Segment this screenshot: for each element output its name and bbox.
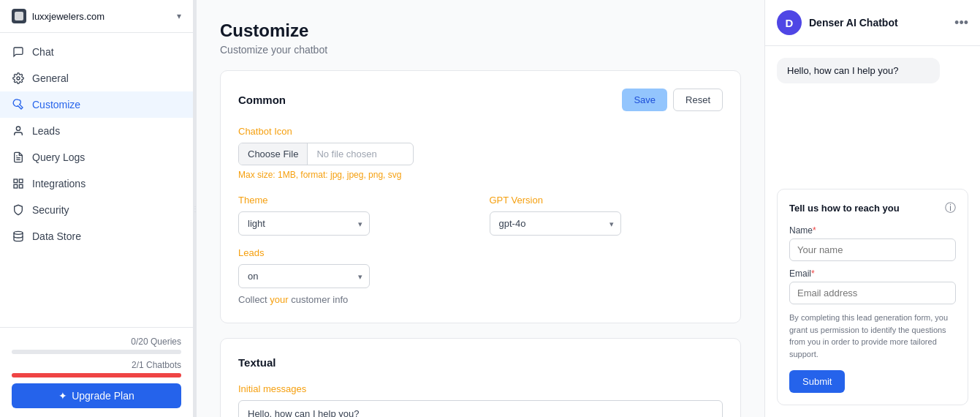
chatbot-icon-file-input[interactable]: Choose File No file chosen	[238, 143, 414, 165]
chat-bot-name: Denser AI Chatbot	[809, 17, 898, 29]
doc-icon	[12, 151, 25, 164]
svg-rect-0	[15, 12, 23, 20]
name-input[interactable]	[789, 238, 956, 261]
upgrade-icon: ✦	[58, 390, 67, 402]
chatbot-icon-label: Chatbot Icon	[238, 126, 723, 137]
svg-rect-6	[19, 179, 23, 183]
site-icon	[12, 9, 26, 23]
svg-point-9	[14, 231, 23, 234]
page-subtitle: Customize your chatbot	[220, 44, 741, 56]
svg-rect-7	[19, 184, 23, 188]
lead-form-title: Tell us how to reach you	[789, 203, 900, 214]
database-icon	[12, 230, 25, 243]
theme-label: Theme	[238, 195, 472, 206]
info-icon: ⓘ	[945, 201, 956, 215]
sidebar-item-general[interactable]: General	[0, 65, 193, 91]
email-input[interactable]	[789, 282, 956, 304]
paint-icon	[12, 98, 25, 111]
textual-section-card: Textual Initial messages Enter each mess…	[220, 338, 741, 417]
email-field-label: Email*	[789, 268, 956, 279]
user-icon	[12, 124, 25, 138]
site-name: luxxjewelers.com	[32, 11, 105, 22]
name-field-label: Name*	[789, 225, 956, 236]
chat-icon	[12, 45, 25, 59]
sidebar: luxxjewelers.com ▾ Chat General Customiz…	[0, 0, 194, 417]
initial-messages-textarea[interactable]	[238, 400, 723, 417]
file-hint-formats: jpg, jpeg, png, svg	[330, 170, 401, 180]
chat-messages-area: Hello, how can I help you?	[765, 46, 980, 189]
sidebar-item-security-label: Security	[32, 204, 69, 216]
page-title: Customize	[220, 20, 741, 41]
chat-more-button[interactable]: •••	[954, 15, 968, 31]
grid-icon	[12, 177, 25, 190]
svg-rect-5	[14, 179, 18, 183]
reset-button[interactable]: Reset	[673, 89, 723, 111]
avatar: D	[777, 10, 802, 35]
file-hint: Max size: 1MB, format: jpg, jpeg, png, s…	[238, 170, 723, 180]
collect-info-text: Collect your customer info	[238, 294, 723, 305]
queries-progress-bar	[12, 350, 181, 354]
textual-section-title: Textual	[238, 356, 276, 369]
common-section-card: Common Save Reset Chatbot Icon Choose Fi…	[220, 70, 741, 323]
chatbots-usage-label: 2/1 Chatbots	[12, 360, 181, 370]
leads-label: Leads	[238, 247, 723, 258]
sidebar-item-customize-label: Customize	[32, 99, 80, 110]
sidebar-footer: 0/20 Queries 2/1 Chatbots ✦ Upgrade Plan	[0, 327, 193, 417]
chevron-down-icon: ▾	[177, 11, 181, 21]
sidebar-item-query-logs-label: Query Logs	[32, 151, 85, 163]
chatbots-progress-bar	[12, 373, 181, 377]
chat-bubble: Hello, how can I help you?	[777, 58, 940, 83]
collect-link[interactable]: your	[270, 294, 288, 305]
choose-file-button[interactable]: Choose File	[239, 143, 308, 165]
svg-point-2	[16, 127, 20, 130]
lead-disclaimer: By completing this lead generation form,…	[789, 312, 956, 360]
sidebar-item-chat-label: Chat	[32, 46, 54, 58]
sidebar-nav: Chat General Customize Leads Query Logs	[0, 33, 193, 327]
sidebar-item-security[interactable]: Security	[0, 197, 193, 223]
sidebar-item-data-store-label: Data Store	[32, 230, 81, 242]
theme-select[interactable]: light dark	[238, 211, 370, 236]
sidebar-header[interactable]: luxxjewelers.com ▾	[0, 0, 193, 33]
chat-preview-header: D Denser AI Chatbot •••	[765, 0, 980, 46]
initial-messages-label: Initial messages	[238, 383, 723, 394]
sidebar-item-integrations-label: Integrations	[32, 178, 86, 189]
sidebar-item-query-logs[interactable]: Query Logs	[0, 144, 193, 170]
sidebar-item-general-label: General	[32, 72, 69, 84]
chat-preview-panel: D Denser AI Chatbot ••• Hello, how can I…	[764, 0, 980, 417]
file-name-display: No file chosen	[308, 143, 385, 165]
sidebar-item-leads-label: Leads	[32, 125, 60, 137]
svg-point-1	[17, 77, 20, 80]
save-button[interactable]: Save	[622, 89, 667, 111]
upgrade-plan-button[interactable]: ✦ Upgrade Plan	[12, 383, 181, 408]
leads-select[interactable]: on off	[238, 264, 370, 288]
main-content: Customize Customize your chatbot Common …	[197, 0, 764, 417]
chatbots-progress-fill	[12, 373, 181, 377]
sidebar-item-leads[interactable]: Leads	[0, 118, 193, 144]
sidebar-item-data-store[interactable]: Data Store	[0, 223, 193, 249]
svg-rect-8	[14, 184, 18, 188]
lead-submit-button[interactable]: Submit	[789, 370, 845, 393]
common-section-title: Common	[238, 94, 286, 106]
shield-icon	[12, 203, 25, 217]
gpt-version-select[interactable]: gpt-4o gpt-3.5-turbo gpt-4	[490, 211, 621, 236]
gpt-version-label: GPT Version	[490, 195, 723, 206]
sidebar-item-integrations[interactable]: Integrations	[0, 170, 193, 197]
sidebar-item-customize[interactable]: Customize	[0, 91, 193, 118]
lead-form: Tell us how to reach you ⓘ Name* Email* …	[777, 189, 968, 405]
gear-icon	[12, 72, 25, 85]
sidebar-item-chat[interactable]: Chat	[0, 39, 193, 65]
queries-usage-label: 0/20 Queries	[12, 337, 181, 347]
